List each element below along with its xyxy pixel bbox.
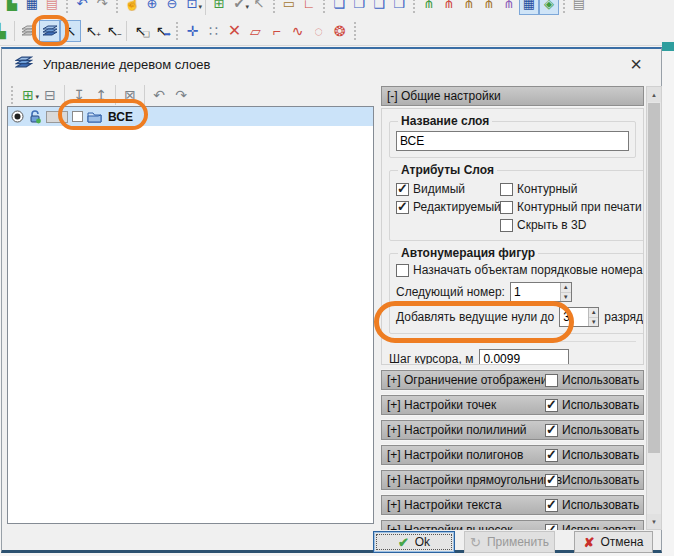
grip-handle: [411, 0, 417, 15]
visibility-radio-icon[interactable]: [11, 110, 24, 123]
select-cursor-icon[interactable]: ↖: [249, 0, 269, 15]
save-icon[interactable]: ▦: [22, 0, 42, 15]
checkbox-visible[interactable]: Видимый: [396, 180, 500, 198]
checkbox-contour-print[interactable]: Контурный при печати: [500, 198, 642, 216]
move-layer-down-icon[interactable]: ↧: [68, 85, 90, 105]
cancel-button[interactable]: ✘ Отмена: [574, 531, 653, 553]
section-polygon-settings[interactable]: [+] Настройки полигонов Использовать: [381, 445, 644, 465]
cursor-step-label: Шаг курсора, м: [389, 352, 473, 365]
cursor-add-icon[interactable]: ↖+: [81, 20, 102, 42]
vertex-remove-icon[interactable]: ⋔: [439, 0, 459, 15]
cursor-copy-icon[interactable]: ↖❏: [130, 20, 151, 42]
use-checkbox-points[interactable]: Использовать: [545, 398, 639, 412]
layer-name-label[interactable]: ВСЕ: [108, 110, 133, 124]
layers-gray-icon[interactable]: [18, 20, 39, 42]
cursor-step-input[interactable]: [479, 349, 569, 365]
select-check-icon[interactable]: ✔▾: [229, 0, 249, 15]
section-polyline-settings[interactable]: [+] Настройки полилиний Использовать: [381, 420, 644, 440]
draw-polyline-icon[interactable]: ⌐: [266, 20, 287, 42]
editable-lock-icon[interactable]: [28, 110, 42, 124]
apply-button[interactable]: ↻ Применить: [464, 531, 555, 553]
use-checkbox-callouts[interactable]: Использовать: [545, 523, 639, 530]
vertex-edit-icon[interactable]: ⋔: [479, 0, 499, 15]
spin-up-icon[interactable]: ▲: [589, 308, 598, 318]
next-number-stepper[interactable]: ▲▼: [510, 282, 572, 302]
settings-scrollbar[interactable]: ▲ ▼: [646, 86, 662, 530]
vertex-add-icon[interactable]: ⋔: [419, 0, 439, 15]
scrollbar-thumb[interactable]: [648, 103, 660, 453]
layers-icon: [15, 56, 33, 72]
print-icon[interactable]: ▤: [42, 0, 62, 15]
delete-objects-icon[interactable]: ✕: [224, 20, 245, 42]
region-move-icon[interactable]: ❒: [389, 0, 409, 15]
layer-row-selected[interactable]: ВСЕ: [8, 107, 373, 126]
use-checkbox-text[interactable]: Использовать: [545, 498, 639, 512]
use-checkbox-polygons[interactable]: Использовать: [545, 448, 639, 462]
partial-icon[interactable]: ▙: [0, 20, 11, 42]
spin-down-icon[interactable]: ▼: [589, 318, 598, 327]
use-checkbox-display-limit[interactable]: Использовать: [545, 373, 639, 387]
use-checkbox-polylines[interactable]: Использовать: [545, 423, 639, 437]
leading-zeros-stepper[interactable]: ▲▼: [559, 307, 599, 327]
cursor-select-icon[interactable]: ↖: [60, 20, 81, 42]
region-paste-icon[interactable]: ❐: [349, 0, 369, 15]
angle-measure-icon[interactable]: ∟: [299, 0, 319, 15]
checkbox-contour[interactable]: Контурный: [500, 180, 642, 198]
dialog-title: Управление деревом слоев: [43, 57, 210, 72]
layer-checkbox[interactable]: [72, 111, 83, 122]
edit-nodes-icon[interactable]: ∷: [203, 20, 224, 42]
draw-polygon-icon[interactable]: ▱: [245, 20, 266, 42]
layer-tree-panel[interactable]: ВСЕ: [7, 106, 374, 524]
region-copy-icon[interactable]: ❏: [329, 0, 349, 15]
layer-name-input[interactable]: [396, 131, 629, 151]
draw-mesh-icon[interactable]: ❂: [329, 20, 350, 42]
section-point-settings[interactable]: [+] Настройки точек Использовать: [381, 395, 644, 415]
undo-icon[interactable]: ↶: [148, 85, 170, 105]
select-add-icon[interactable]: ⊞: [209, 0, 229, 15]
spin-down-icon[interactable]: ▼: [561, 293, 571, 302]
magnifier-snap-icon[interactable]: ◈: [539, 0, 559, 15]
draw-ellipse-icon[interactable]: ◌: [308, 20, 329, 42]
section-rectangle-settings[interactable]: [+] Настройки прямоугольников Использова…: [381, 470, 644, 490]
move-layer-up-icon[interactable]: ↥: [90, 85, 112, 105]
cursor-jump-icon[interactable]: ↖➥: [151, 20, 172, 42]
checkbox-assign-numbers[interactable]: Назначать объектам порядковые номера: [396, 263, 644, 277]
move-objects-icon[interactable]: ✛: [182, 20, 203, 42]
scroll-down-icon[interactable]: ▼: [647, 514, 661, 529]
region-cut-icon[interactable]: ❑: [369, 0, 389, 15]
dialog-titlebar[interactable]: Управление деревом слоев ×: [2, 49, 661, 79]
cursor-subtract-icon[interactable]: ↖−: [102, 20, 123, 42]
checkbox-editable[interactable]: Редактируемый: [396, 198, 500, 216]
zoom-in-icon[interactable]: ⊕: [142, 0, 162, 15]
section-general-header[interactable]: [-] Общие настройки: [381, 86, 644, 106]
corner-icon[interactable]: ▙: [2, 0, 22, 15]
section-callout-settings[interactable]: [+] Настройки выносок Использовать: [381, 520, 644, 530]
zoom-out-icon[interactable]: ⊖: [162, 0, 182, 15]
redo-icon[interactable]: ↷: [170, 85, 192, 105]
draw-curve-icon[interactable]: ∿: [287, 20, 308, 42]
checkbox-hide-3d[interactable]: Скрыть в 3D: [500, 216, 642, 234]
vertex-move-icon[interactable]: ⋔: [499, 0, 519, 15]
ruler-icon[interactable]: ▭: [279, 0, 299, 15]
grip-handle: [321, 0, 327, 15]
delete-layer-icon[interactable]: ⊠: [119, 85, 141, 105]
remove-layer-icon[interactable]: ⊟: [39, 85, 61, 105]
undo-icon[interactable]: ↶: [72, 0, 92, 15]
ok-button[interactable]: ✔ Ok: [373, 531, 455, 553]
spin-up-icon[interactable]: ▲: [561, 283, 571, 293]
layer-color-swatch[interactable]: [46, 111, 68, 123]
grip-handle: [114, 0, 120, 15]
add-layer-icon[interactable]: ⊞▾: [17, 85, 39, 105]
grid-toggle-icon[interactable]: ▦: [519, 0, 539, 15]
printer-icon[interactable]: ▤: [569, 0, 589, 15]
zoom-extent-icon[interactable]: ⊡▾: [182, 0, 202, 15]
pan-hand-icon[interactable]: ☝: [122, 0, 142, 15]
scroll-up-icon[interactable]: ▲: [647, 87, 661, 102]
section-display-limit[interactable]: [+] Ограничение отображения Использовать: [381, 370, 644, 390]
layer-manager-icon[interactable]: [39, 20, 60, 42]
use-checkbox-rectangles[interactable]: Использовать: [545, 473, 639, 487]
vertex-show-icon[interactable]: ⋔: [459, 0, 479, 15]
section-text-settings[interactable]: [+] Настройки текста Использовать: [381, 495, 644, 515]
close-icon[interactable]: ×: [625, 53, 647, 75]
redo-icon[interactable]: ↷: [92, 0, 112, 15]
